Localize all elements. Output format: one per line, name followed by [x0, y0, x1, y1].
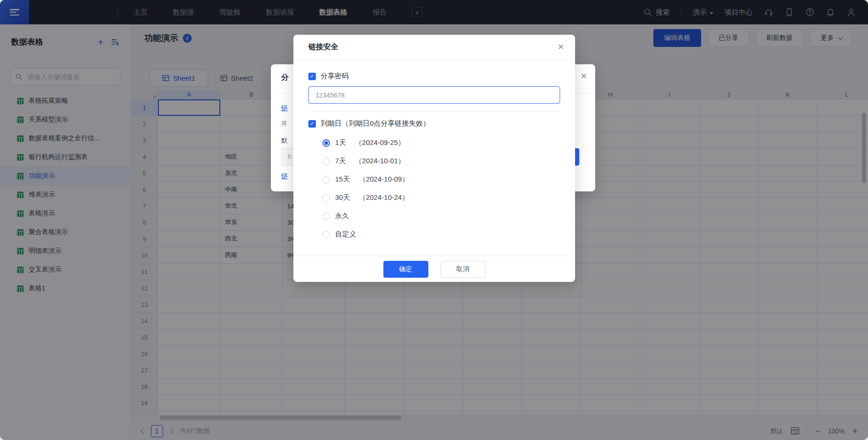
expiry-label: 到期日（到期日0点分享链接失效） [321, 119, 430, 128]
expiry-option-label: 7天 [335, 157, 346, 166]
radio-icon[interactable] [322, 176, 330, 183]
expiry-option-date: （2024-10-01） [355, 157, 405, 166]
share-password-label: 分享密码 [321, 72, 349, 81]
radio-icon[interactable] [322, 231, 330, 238]
radio-selected-icon[interactable] [322, 139, 330, 147]
checkbox-checked-icon[interactable] [308, 73, 316, 80]
expiry-option-row[interactable]: 30天（2024-10-24） [322, 189, 560, 207]
radio-icon[interactable] [322, 194, 330, 202]
expiry-option-label: 15天 [335, 175, 350, 184]
expiry-option-row[interactable]: 1天（2024-09-25） [322, 134, 560, 152]
confirm-button[interactable]: 确定 [383, 261, 428, 278]
share-desc-fragment: 将 [281, 119, 287, 128]
expiry-option-date: （2024-10-24） [359, 193, 409, 202]
expiry-options: 1天（2024-09-25）7天（2024-10-01）15天（2024-10-… [322, 134, 560, 243]
close-icon[interactable]: × [558, 41, 564, 53]
expiry-option-row[interactable]: 7天（2024-10-01） [322, 152, 560, 170]
expiry-checkbox-row[interactable]: 到期日（到期日0点分享链接失效） [308, 119, 560, 128]
expiry-option-row[interactable]: 15天（2024-10-09） [322, 170, 560, 189]
cancel-button[interactable]: 取消 [441, 261, 486, 278]
radio-icon[interactable] [322, 158, 330, 165]
close-icon[interactable]: × [581, 70, 587, 82]
share-dialog-title-fragment: 分 [281, 73, 289, 83]
expiry-option-label: 永久 [335, 212, 349, 220]
share-password-checkbox-row[interactable]: 分享密码 [308, 72, 560, 81]
expiry-option-label: 自定义 [335, 230, 356, 239]
modal-title: 链接安全 [308, 42, 338, 52]
section-divider [308, 111, 560, 112]
app-window: 主页数据源驾驶舱数据填报数据表格报告 + 搜索 演示 项目中心 数据表格 [0, 0, 868, 440]
share-link2-fragment[interactable]: 链 [281, 172, 288, 181]
expiry-option-label: 1天 [335, 138, 346, 147]
expiry-option-date: （2024-10-09） [359, 175, 409, 184]
expiry-option-row[interactable]: 永久 [322, 207, 560, 225]
modal-body: 分享密码 到期日（到期日0点分享链接失效） 1天（2024-09-25）7天（2… [293, 60, 575, 256]
share-default-fragment: 默 [281, 137, 287, 145]
share-link-fragment[interactable]: 链 [281, 104, 288, 113]
modal-header: 链接安全 × [293, 35, 575, 60]
expiry-option-label: 30天 [335, 193, 350, 202]
link-security-modal: 链接安全 × 分享密码 到期日（到期日0点分享链接失效） 1天（2024-09-… [293, 35, 575, 282]
modal-footer: 确定 取消 [293, 256, 575, 282]
radio-icon[interactable] [322, 212, 330, 220]
share-password-input[interactable] [308, 86, 560, 104]
checkbox-checked-icon[interactable] [308, 120, 316, 128]
expiry-option-row[interactable]: 自定义 [322, 225, 560, 243]
expiry-option-date: （2024-09-25） [355, 138, 405, 147]
